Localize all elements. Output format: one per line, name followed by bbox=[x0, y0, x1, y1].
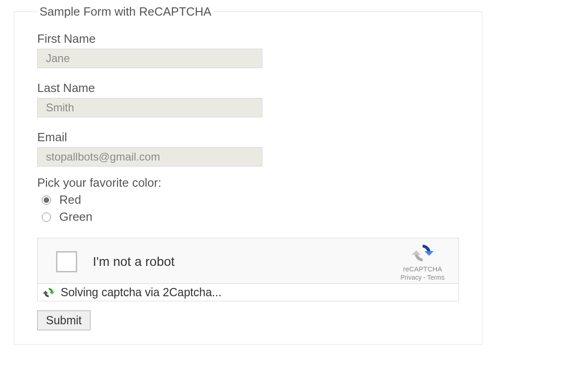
email-input[interactable] bbox=[37, 147, 262, 167]
last-name-label: Last Name bbox=[37, 81, 459, 95]
recaptcha-brand: reCAPTCHA bbox=[401, 265, 445, 273]
last-name-input[interactable] bbox=[37, 98, 262, 117]
solving-status-text: Solving captcha via 2Captcha... bbox=[61, 286, 221, 299]
recaptcha-text: I'm not a robot bbox=[93, 254, 175, 269]
color-picker-prompt: Pick your favorite color: bbox=[37, 176, 459, 190]
recaptcha-logo-icon bbox=[410, 243, 435, 263]
email-group: Email bbox=[37, 130, 459, 167]
recaptcha-widget: I'm not a robot reCAPTCHA Privacy - Term… bbox=[37, 238, 459, 284]
recaptcha-left: I'm not a robot bbox=[56, 251, 175, 272]
form-legend: Sample Form with ReCAPTCHA bbox=[37, 5, 214, 19]
radio-green[interactable] bbox=[42, 213, 51, 222]
radio-option-green[interactable]: Green bbox=[42, 210, 459, 224]
solving-status-bar: Solving captcha via 2Captcha... bbox=[37, 284, 459, 301]
last-name-group: Last Name bbox=[37, 81, 459, 117]
recaptcha-separator: - bbox=[422, 274, 427, 281]
recaptcha-right: reCAPTCHA Privacy - Terms bbox=[401, 243, 445, 281]
first-name-group: First Name bbox=[37, 32, 459, 68]
color-picker-group: Pick your favorite color: Red Green bbox=[37, 176, 459, 224]
radio-option-red[interactable]: Red bbox=[42, 193, 459, 207]
solving-refresh-icon bbox=[42, 286, 55, 299]
recaptcha-container: I'm not a robot reCAPTCHA Privacy - Term… bbox=[37, 238, 459, 301]
sample-form-fieldset: Sample Form with ReCAPTCHA First Name La… bbox=[14, 5, 482, 345]
recaptcha-links: Privacy - Terms bbox=[401, 274, 445, 281]
radio-red-label: Red bbox=[59, 193, 81, 207]
recaptcha-terms-link[interactable]: Terms bbox=[427, 274, 445, 281]
recaptcha-checkbox[interactable] bbox=[56, 251, 77, 272]
radio-red[interactable] bbox=[42, 196, 51, 205]
first-name-label: First Name bbox=[37, 32, 459, 46]
email-label: Email bbox=[37, 130, 459, 144]
radio-green-label: Green bbox=[59, 210, 92, 224]
recaptcha-privacy-link[interactable]: Privacy bbox=[401, 274, 422, 281]
first-name-input[interactable] bbox=[37, 49, 262, 68]
submit-button[interactable]: Submit bbox=[37, 310, 90, 330]
